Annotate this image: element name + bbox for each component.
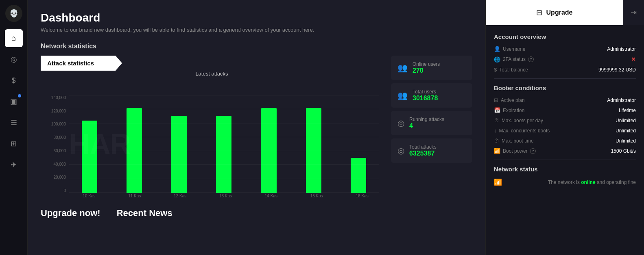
stat-label-online-users: Online users — [413, 61, 440, 67]
y-label-80k: 80,000 — [45, 135, 68, 140]
attack-statistics-tab[interactable]: Attack statistics — [41, 56, 122, 71]
network-statistics-title: Network statistics — [41, 43, 472, 50]
stat-content-total-users: Total users 3016878 — [413, 89, 438, 102]
sidebar-item-home[interactable]: ⌂ — [5, 29, 23, 47]
chart-inner: HAR 0 20,000 40,000 60,000 80,000 100,00… — [45, 95, 379, 193]
x-label-0: 10 Kas — [68, 194, 110, 198]
boot-power-row: 📶 Boot power ? 1500 Gbit/s — [494, 148, 636, 154]
stat-icon-running-attacks: ◎ — [397, 118, 404, 128]
x-labels: 10 Kas11 Kas12 Kas13 Kas14 Kas15 Kas16 K… — [41, 194, 383, 198]
stat-card-total-attacks: ◎ Total attacks 6325387 — [391, 138, 472, 163]
x-label-2: 12 Kas — [159, 194, 201, 198]
main-content: Dashboard Welcome to our brand new dashb… — [28, 0, 485, 255]
x-label-6: 16 Kas — [341, 194, 383, 198]
stat-label-total-attacks: Total attacks — [409, 144, 437, 150]
y-label-120k: 120,000 — [45, 109, 68, 113]
boot-time-value: Unlimited — [616, 138, 636, 144]
stat-content-total-attacks: Total attacks 6325387 — [409, 144, 437, 157]
sidebar-item-telegram[interactable]: ✈ — [5, 156, 23, 174]
boots-per-day-label: Max. boots per day — [502, 118, 543, 123]
expiration-value: Lifetime — [619, 108, 636, 113]
y-label-40k: 40,000 — [45, 162, 68, 166]
concurrent-boots-value: Unlimited — [616, 128, 636, 134]
wifi-icon: 📶 — [494, 178, 502, 186]
concurrent-boots-icon: ↕ — [494, 128, 497, 134]
balance-value: 9999999.32 USD — [598, 67, 636, 73]
bar-group-6 — [338, 158, 379, 193]
2fa-help-icon[interactable]: ? — [528, 56, 534, 62]
active-plan-icon: ⊟ — [494, 97, 498, 103]
boot-power-icon: 📶 — [494, 148, 500, 154]
upgrade-button[interactable]: ⊟ Upgrade — [486, 0, 623, 25]
2fa-icon: 🌐 — [494, 56, 500, 63]
y-axis: 0 20,000 40,000 60,000 80,000 100,000 12… — [45, 95, 68, 193]
chart-title: Latest attacks — [41, 71, 383, 77]
stat-card-total-users: 👥 Total users 3016878 — [391, 83, 472, 108]
y-label-0: 0 — [45, 188, 68, 193]
expiration-icon: 📅 — [494, 107, 500, 113]
logout-icon: ⇥ — [631, 8, 637, 17]
upgrade-title: Upgrade now! — [41, 208, 100, 218]
monitor-icon: ▣ — [10, 97, 17, 106]
active-plan-label: Active plan — [501, 97, 525, 103]
stat-label-total-users: Total users — [413, 89, 438, 95]
sidebar: 💀 ⌂ ◎ $ ▣ ☰ ⊞ ✈ — [0, 0, 28, 255]
bar-5 — [306, 108, 321, 193]
stat-content-running-attacks: Running attacks 4 — [409, 117, 444, 130]
username-icon: 👤 — [494, 46, 500, 52]
doc-icon: ☰ — [11, 118, 17, 127]
network-status-row: 📶 The network is online and operating fi… — [494, 178, 636, 186]
sidebar-item-target[interactable]: ◎ — [5, 50, 23, 68]
bar-2 — [171, 116, 187, 193]
sidebar-item-billing[interactable]: $ — [5, 71, 23, 89]
stat-value-online-users: 270 — [413, 67, 440, 74]
x-label-5: 15 Kas — [296, 194, 337, 198]
network-msg-prefix: The network is — [548, 179, 581, 185]
bar-0 — [82, 121, 97, 193]
online-label: online — [581, 179, 595, 185]
bottom-section: Upgrade now! Recent News — [41, 208, 472, 218]
stat-value-running-attacks: 4 — [409, 122, 444, 130]
boot-power-value: 1500 Gbit/s — [611, 148, 636, 154]
boot-power-label: Boot power — [503, 148, 528, 154]
news-title: Recent News — [117, 208, 172, 218]
chart-container: HAR 0 20,000 40,000 60,000 80,000 100,00… — [41, 79, 383, 193]
divider-2 — [494, 160, 636, 160]
y-label-60k: 60,000 — [45, 149, 68, 153]
x-label-4: 14 Kas — [250, 194, 292, 198]
boot-power-help-icon[interactable]: ? — [530, 148, 536, 154]
stat-icon-total-attacks: ◎ — [397, 146, 404, 156]
avatar: 💀 — [5, 5, 22, 22]
concurrent-boots-label: Max. concurrents boots — [499, 128, 550, 134]
2fa-row: 🌐 2FA status ? ✕ — [494, 56, 636, 63]
chart-wrapper: Latest attacks HAR 0 20,000 40,000 60,00… — [41, 71, 383, 198]
x-label-1: 11 Kas — [114, 194, 155, 198]
stats-cards: 👥 Online users 270 👥 Total users 3016878… — [391, 56, 472, 163]
boots-per-day-value: Unlimited — [616, 118, 636, 123]
boots-per-day-icon: ⏱ — [494, 117, 499, 123]
network-status-title: Network status — [494, 166, 636, 173]
x-label-3: 13 Kas — [205, 194, 247, 198]
logout-button[interactable]: ⇥ — [623, 0, 644, 25]
boot-time-icon: ⏱ — [494, 138, 499, 144]
stat-card-running-attacks: ◎ Running attacks 4 — [391, 111, 472, 135]
home-icon: ⌂ — [11, 34, 16, 43]
balance-label: Total balance — [499, 67, 528, 73]
bar-group-1 — [114, 108, 155, 193]
target-icon: ◎ — [11, 55, 17, 64]
bar-6 — [351, 158, 366, 193]
username-row: 👤 Username Administrator — [494, 46, 636, 52]
sidebar-item-monitor[interactable]: ▣ — [5, 93, 23, 110]
stat-value-total-users: 3016878 — [413, 95, 438, 102]
boot-time-row: ⏱ Max. boot time Unlimited — [494, 138, 636, 144]
bar-group-2 — [159, 116, 199, 193]
sidebar-item-discord[interactable]: ⊞ — [5, 135, 23, 153]
balance-row: $ Total balance 9999999.32 USD — [494, 67, 636, 73]
page-subtitle: Welcome to our brand new dashboard, you … — [41, 27, 472, 33]
expiration-row: 📅 Expiration Lifetime — [494, 107, 636, 113]
bar-4 — [261, 108, 277, 193]
2fa-value: ✕ — [631, 56, 636, 63]
sidebar-item-docs[interactable]: ☰ — [5, 114, 23, 132]
stats-area: Attack statistics Latest attacks HAR 0 2… — [41, 56, 472, 198]
top-bar: ⊟ Upgrade ⇥ — [486, 0, 644, 25]
